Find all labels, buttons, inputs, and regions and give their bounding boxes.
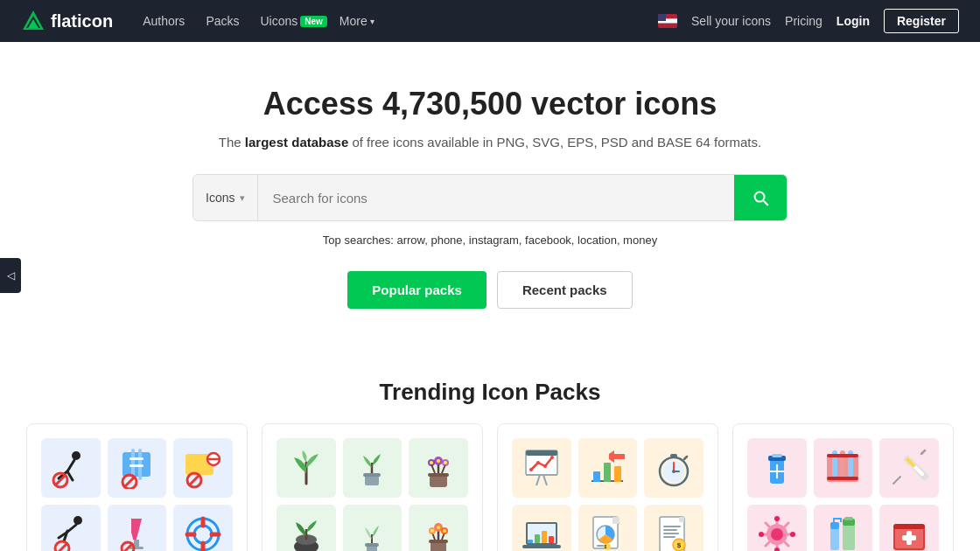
hero-subtitle: The largest database of free icons avail… xyxy=(18,135,962,150)
language-flag[interactable] xyxy=(658,14,677,28)
svg-line-25 xyxy=(57,543,67,552)
pack-icon-cell: $ xyxy=(578,505,638,551)
svg-point-39 xyxy=(437,459,440,463)
svg-point-51 xyxy=(437,526,440,529)
svg-point-58 xyxy=(536,461,540,464)
svg-rect-80 xyxy=(549,536,554,543)
pack-icon-cell xyxy=(512,505,571,551)
nav-item-authors[interactable]: Authors xyxy=(134,9,193,33)
search-button[interactable] xyxy=(734,175,787,220)
pack-icon-cell xyxy=(879,438,939,498)
svg-rect-104 xyxy=(827,454,858,457)
pack-icon-cell xyxy=(173,505,233,551)
svg-rect-77 xyxy=(528,540,533,543)
svg-text:$: $ xyxy=(677,541,682,549)
popular-packs-button[interactable]: Popular packs xyxy=(347,271,486,309)
svg-point-31 xyxy=(194,526,212,543)
top-searches: Top searches: arrow, phone, instagram, f… xyxy=(18,234,962,247)
search-icon xyxy=(751,188,770,207)
svg-point-71 xyxy=(672,470,676,473)
trending-title: Trending Icon Packs xyxy=(26,379,954,406)
search-type-selector[interactable]: Icons ▾ xyxy=(193,175,258,220)
nav-links: Authors Packs Uicons New More ▾ xyxy=(134,9,651,33)
svg-rect-105 xyxy=(827,477,858,480)
svg-rect-79 xyxy=(542,531,547,543)
hero-title: Access 4,730,500 vector icons xyxy=(18,86,962,122)
nav-more-dropdown[interactable]: More ▾ xyxy=(340,14,374,28)
svg-point-123 xyxy=(759,532,764,537)
svg-line-118 xyxy=(785,542,788,546)
trending-section: Trending Icon Packs xyxy=(0,370,980,551)
navbar: flaticon Authors Packs Uicons New More ▾… xyxy=(0,0,980,42)
logo[interactable]: flaticon xyxy=(21,9,113,33)
login-button[interactable]: Login xyxy=(836,14,870,28)
svg-point-60 xyxy=(550,456,554,459)
svg-rect-26 xyxy=(134,540,139,547)
pack-icon-cell: $ xyxy=(644,505,704,551)
svg-rect-55 xyxy=(526,450,557,456)
pack-card-1[interactable] xyxy=(26,423,248,551)
svg-point-52 xyxy=(430,529,434,533)
svg-point-23 xyxy=(74,516,82,525)
svg-line-119 xyxy=(785,523,788,527)
sell-icons-link[interactable]: Sell your icons xyxy=(691,14,771,28)
svg-line-61 xyxy=(536,475,540,485)
svg-point-53 xyxy=(443,529,446,533)
svg-rect-35 xyxy=(428,473,449,477)
svg-text:$: $ xyxy=(605,544,607,549)
pack-icons-grid-4 xyxy=(747,438,939,551)
logo-text: flaticon xyxy=(51,11,113,31)
svg-rect-129 xyxy=(844,517,853,520)
svg-rect-127 xyxy=(843,524,855,550)
search-bar: Icons ▾ xyxy=(192,174,788,221)
register-button[interactable]: Register xyxy=(884,9,959,33)
svg-rect-132 xyxy=(893,524,925,529)
pack-icon-cell xyxy=(41,438,101,498)
svg-rect-134 xyxy=(902,535,916,541)
pack-icon-cell xyxy=(173,438,233,498)
pack-card-3[interactable]: $ $ xyxy=(497,423,718,551)
svg-rect-27 xyxy=(130,547,144,549)
svg-rect-33 xyxy=(363,473,381,477)
pack-icon-cell xyxy=(108,438,167,498)
sidebar-toggle[interactable]: ◁ xyxy=(0,258,21,293)
pack-icon-cell xyxy=(409,438,468,498)
nav-item-packs[interactable]: Packs xyxy=(197,9,248,33)
pack-icon-cell xyxy=(343,505,402,551)
pack-icon-cell xyxy=(747,505,807,551)
svg-point-41 xyxy=(444,461,447,464)
chevron-down-icon: ▾ xyxy=(370,17,374,26)
svg-line-120 xyxy=(766,542,769,546)
pack-card-4[interactable] xyxy=(732,423,954,551)
recent-packs-button[interactable]: Recent packs xyxy=(497,271,633,309)
svg-rect-72 xyxy=(670,454,677,457)
svg-rect-92 xyxy=(663,536,676,538)
pack-icon-cell xyxy=(814,505,873,551)
pricing-link[interactable]: Pricing xyxy=(785,14,822,28)
svg-point-7 xyxy=(72,451,80,460)
svg-rect-13 xyxy=(130,457,144,460)
pack-icon-cell xyxy=(879,505,939,551)
svg-line-109 xyxy=(893,477,900,484)
nav-item-uicons[interactable]: Uicons New xyxy=(252,9,336,33)
svg-rect-91 xyxy=(663,533,679,534)
packs-grid: $ $ xyxy=(26,423,954,551)
pack-icon-cell xyxy=(108,505,167,551)
svg-rect-125 xyxy=(830,527,839,550)
svg-rect-34 xyxy=(430,475,447,487)
svg-point-122 xyxy=(774,548,780,552)
svg-rect-66 xyxy=(614,466,621,482)
pack-icon-cell xyxy=(578,438,638,498)
svg-rect-65 xyxy=(604,463,611,482)
svg-rect-97 xyxy=(772,454,782,457)
pack-icons-grid-2 xyxy=(276,438,468,551)
svg-point-124 xyxy=(790,532,795,537)
pack-card-2[interactable] xyxy=(262,423,483,551)
search-input[interactable] xyxy=(258,175,734,220)
pack-icon-cell xyxy=(644,438,704,498)
svg-rect-82 xyxy=(612,517,620,524)
svg-rect-88 xyxy=(679,517,684,522)
svg-line-73 xyxy=(684,457,687,459)
svg-line-62 xyxy=(543,475,547,485)
svg-point-112 xyxy=(771,528,783,541)
